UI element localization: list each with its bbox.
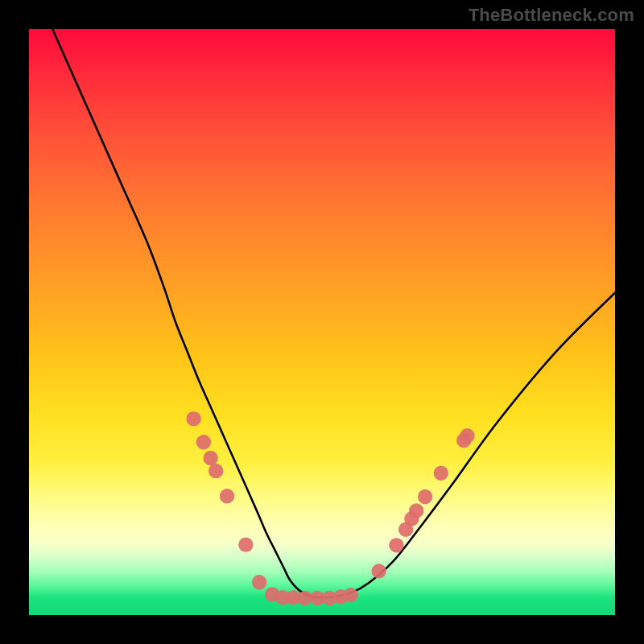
data-marker <box>389 538 403 552</box>
chart-svg <box>29 29 615 615</box>
data-marker <box>203 451 217 465</box>
data-marker <box>252 575 266 589</box>
plot-area <box>29 29 615 615</box>
data-marker <box>418 489 432 504</box>
data-marker <box>343 588 357 602</box>
data-marker <box>208 464 223 478</box>
data-marker <box>186 411 200 426</box>
data-marker <box>434 466 448 481</box>
data-marker <box>371 564 386 578</box>
marker-group <box>186 411 474 605</box>
data-marker <box>238 537 253 551</box>
data-marker <box>460 428 474 443</box>
bottleneck-curve <box>52 29 615 597</box>
data-marker <box>196 435 211 449</box>
data-marker <box>409 503 423 518</box>
watermark-text: TheBottleneck.com <box>469 5 634 26</box>
chart-frame: TheBottleneck.com <box>0 0 644 644</box>
data-marker <box>220 489 234 503</box>
